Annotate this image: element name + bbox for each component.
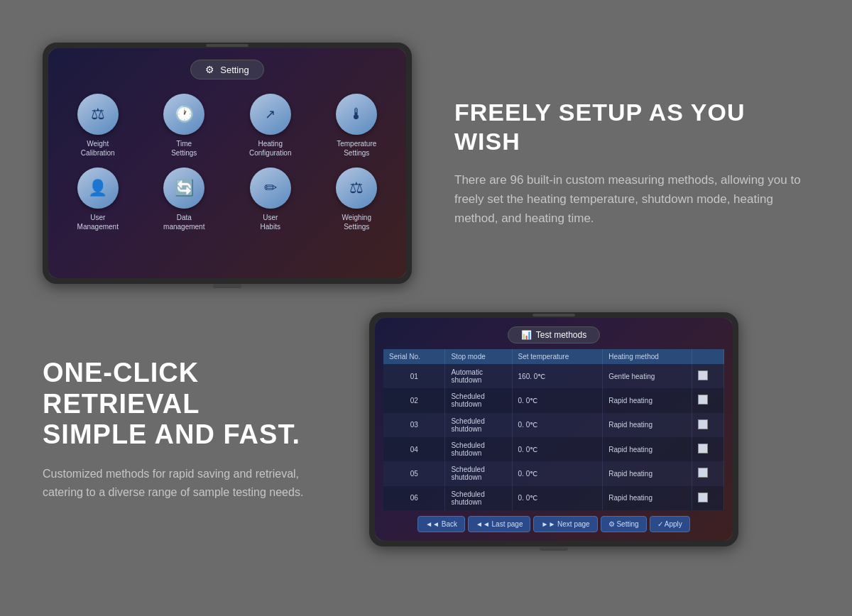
- heating-method-01: Gentle heating: [603, 364, 692, 388]
- serial-03: 03: [383, 413, 445, 437]
- serial-05: 05: [383, 461, 445, 485]
- weighing-settings-label: WeighingSettings: [342, 213, 371, 231]
- checkbox-04[interactable]: [692, 437, 724, 461]
- data-management-label: Datamanagement: [163, 213, 204, 231]
- checkbox-02[interactable]: [692, 388, 724, 412]
- setting-gear-icon: ⚙: [205, 64, 214, 75]
- set-temp-03: 0. 0℃: [512, 413, 603, 437]
- serial-04: 04: [383, 437, 445, 461]
- checkbox-06[interactable]: [692, 486, 724, 510]
- top-section: ⚙ Setting ⚖ WeightCalibration 🕐 TimeSett…: [0, 0, 852, 305]
- last-page-button[interactable]: ◄◄ Last page: [468, 516, 531, 532]
- heating-method-05: Rapid heating: [603, 461, 692, 485]
- table-header-row: Serial No. Stop mode Set temperature Hea…: [383, 349, 724, 364]
- stop-mode-02: Scheduledshutdown: [445, 388, 512, 412]
- menu-item-weight-calibration[interactable]: ⚖ WeightCalibration: [60, 94, 136, 158]
- tablet-device-1: ⚙ Setting ⚖ WeightCalibration 🕐 TimeSett…: [43, 43, 412, 284]
- heating-method-02: Rapid heating: [603, 388, 692, 412]
- bottom-section: ONE-CLICK RETRIEVALSIMPLE AND FAST. Cust…: [0, 305, 852, 568]
- serial-02: 02: [383, 388, 445, 412]
- menu-item-heating-configuration[interactable]: ↗ HeatingConfiguration: [232, 94, 309, 158]
- stop-mode-01: Automaticshutdown: [445, 364, 512, 388]
- user-habits-icon: ✏: [250, 167, 291, 209]
- back-button[interactable]: ◄◄ Back: [417, 516, 465, 532]
- table-row: 05 Scheduledshutdown 0. 0℃ Rapid heating: [383, 461, 724, 485]
- table-row: 04 Scheduledshutdown 0. 0℃ Rapid heating: [383, 437, 724, 461]
- tablet-screen-1: ⚙ Setting ⚖ WeightCalibration 🕐 TimeSett…: [48, 48, 406, 278]
- weighing-settings-icon: ⚖: [336, 167, 377, 209]
- bottom-subtext: Customized methods for rapid saving and …: [43, 465, 341, 501]
- table-row: 02 Scheduledshutdown 0. 0℃ Rapid heating: [383, 388, 724, 412]
- menu-item-user-management[interactable]: 👤 UserManagement: [60, 167, 136, 231]
- bottom-buttons: ◄◄ Back ◄◄ Last page ►► Next page ⚙ Sett…: [383, 516, 724, 532]
- stop-mode-06: Scheduledshutdown: [445, 486, 512, 510]
- menu-item-time-settings[interactable]: 🕐 TimeSettings: [146, 94, 223, 158]
- checkbox-03[interactable]: [692, 413, 724, 437]
- menu-item-user-habits[interactable]: ✏ UserHabits: [232, 167, 309, 231]
- test-methods-icon: 📊: [521, 330, 532, 340]
- tablet-device-2: 📊 Test methods Serial No. Stop mode Set …: [369, 312, 738, 546]
- heating-method-06: Rapid heating: [603, 486, 692, 510]
- temperature-settings-icon: 🌡: [336, 94, 377, 135]
- test-methods-bar: 📊 Test methods: [508, 326, 600, 343]
- col-heating-method: Heating method: [603, 349, 692, 364]
- stop-mode-05: Scheduledshutdown: [445, 461, 512, 485]
- heating-configuration-label: HeatingConfiguration: [249, 139, 291, 158]
- menu-grid: ⚖ WeightCalibration 🕐 TimeSettings ↗ Hea…: [60, 94, 395, 231]
- stop-mode-04: Scheduledshutdown: [445, 437, 512, 461]
- menu-item-temperature-settings[interactable]: 🌡 TemperatureSettings: [319, 94, 395, 158]
- time-settings-icon: 🕐: [163, 94, 204, 135]
- set-temp-06: 0. 0℃: [512, 486, 603, 510]
- user-habits-label: UserHabits: [261, 213, 280, 231]
- bottom-left-text: ONE-CLICK RETRIEVALSIMPLE AND FAST. Cust…: [43, 358, 341, 501]
- set-temp-02: 0. 0℃: [512, 388, 603, 412]
- user-management-icon: 👤: [77, 167, 119, 209]
- weight-calibration-label: WeightCalibration: [81, 139, 115, 158]
- top-right-text: FREELY SETUP AS YOU WISH There are 96 bu…: [440, 98, 809, 228]
- col-stop-mode: Stop mode: [445, 349, 512, 364]
- col-set-temp: Set temperature: [512, 349, 603, 364]
- serial-06: 06: [383, 486, 445, 510]
- set-temp-05: 0. 0℃: [512, 461, 603, 485]
- menu-item-weighing-settings[interactable]: ⚖ WeighingSettings: [319, 167, 395, 231]
- menu-item-data-management[interactable]: 🔄 Datamanagement: [146, 167, 223, 231]
- stop-mode-03: Scheduledshutdown: [445, 413, 512, 437]
- top-subtext: There are 96 built-in custom measuring m…: [454, 170, 809, 229]
- setting-bar: ⚙ Setting: [190, 60, 263, 79]
- table-row: 01 Automaticshutdown 160. 0℃ Gentle heat…: [383, 364, 724, 388]
- next-page-button[interactable]: ►► Next page: [533, 516, 597, 532]
- test-methods-table: Serial No. Stop mode Set temperature Hea…: [383, 349, 724, 510]
- tablet-screen-2: 📊 Test methods Serial No. Stop mode Set …: [375, 318, 733, 541]
- col-serial: Serial No.: [383, 349, 445, 364]
- weight-calibration-icon: ⚖: [77, 94, 119, 135]
- setting-button[interactable]: ⚙ Setting: [601, 516, 647, 532]
- col-checkbox: [692, 349, 724, 364]
- table-row: 03 Scheduledshutdown 0. 0℃ Rapid heating: [383, 413, 724, 437]
- bottom-headline: ONE-CLICK RETRIEVALSIMPLE AND FAST.: [43, 358, 341, 451]
- apply-button[interactable]: ✓ Apply: [650, 516, 690, 532]
- set-temp-01: 160. 0℃: [512, 364, 603, 388]
- table-row: 06 Scheduledshutdown 0. 0℃ Rapid heating: [383, 486, 724, 510]
- heating-configuration-icon: ↗: [250, 94, 291, 135]
- checkbox-01[interactable]: [692, 364, 724, 388]
- temperature-settings-label: TemperatureSettings: [337, 139, 376, 158]
- heating-method-04: Rapid heating: [603, 437, 692, 461]
- checkbox-05[interactable]: [692, 461, 724, 485]
- user-management-label: UserManagement: [77, 213, 119, 231]
- heating-method-03: Rapid heating: [603, 413, 692, 437]
- test-methods-label: Test methods: [536, 330, 586, 340]
- data-management-icon: 🔄: [163, 167, 204, 209]
- top-headline: FREELY SETUP AS YOU WISH: [454, 98, 809, 156]
- set-temp-04: 0. 0℃: [512, 437, 603, 461]
- time-settings-label: TimeSettings: [171, 139, 197, 158]
- serial-01: 01: [383, 364, 445, 388]
- setting-bar-label: Setting: [220, 65, 248, 75]
